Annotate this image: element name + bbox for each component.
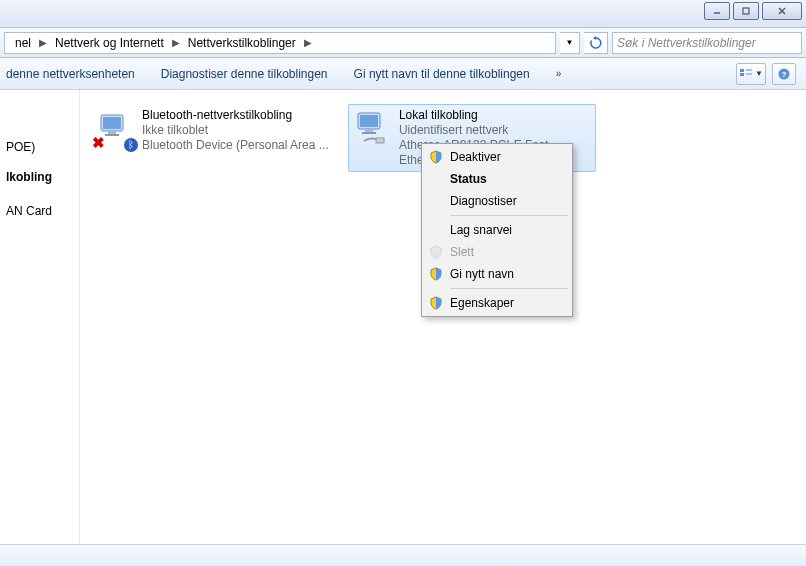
cmd-rename[interactable]: Gi nytt navn til denne tilkoblingen [354, 67, 530, 81]
shield-icon [428, 244, 444, 260]
connection-title: Bluetooth-nettverkstilkobling [142, 108, 329, 123]
network-adapter-icon: ✖ ᛒ [94, 108, 136, 150]
sidebar-item-poe[interactable]: POE) [0, 136, 79, 158]
context-separator [450, 215, 568, 216]
connection-title: Lokal tilkobling [399, 108, 592, 123]
ctx-shortcut[interactable]: Lag snarvei [424, 219, 570, 241]
status-bar [0, 544, 806, 566]
ctx-deactivate[interactable]: Deaktiver [424, 146, 570, 168]
minimize-button[interactable] [704, 2, 730, 20]
network-adapter-icon [352, 108, 393, 150]
shield-icon [428, 266, 444, 282]
svg-rect-15 [360, 115, 378, 127]
chevron-right-icon[interactable]: ▶ [170, 37, 182, 48]
breadcrumb-seg-connections[interactable]: Nettverkstilkoblinger [182, 33, 302, 53]
ctx-delete: Slett [424, 241, 570, 263]
ctx-diagnose[interactable]: Diagnostiser [424, 190, 570, 212]
shield-icon [428, 295, 444, 311]
ctx-label: Deaktiver [450, 150, 501, 164]
ctx-rename[interactable]: Gi nytt navn [424, 263, 570, 285]
shield-icon [428, 149, 444, 165]
breadcrumb-seg-panel[interactable]: nel [9, 33, 37, 53]
svg-rect-4 [740, 69, 744, 72]
window-titlebar [0, 0, 806, 28]
content-area: POE) lkobling AN Card ✖ ᛒ Bluetooth-nett… [0, 90, 806, 544]
svg-rect-5 [740, 73, 744, 76]
search-input[interactable]: Søk i Nettverkstilkoblinger [612, 32, 802, 54]
ctx-label: Lag snarvei [450, 223, 512, 237]
cmd-diagnose[interactable]: Diagnostiser denne tilkoblingen [161, 67, 328, 81]
breadcrumb[interactable]: nel ▶ Nettverk og Internett ▶ Nettverkst… [4, 32, 556, 54]
refresh-button[interactable] [584, 32, 608, 54]
svg-text:?: ? [782, 70, 787, 79]
sidebar-item-ancard[interactable]: AN Card [0, 200, 79, 222]
help-button[interactable]: ? [772, 63, 796, 85]
address-bar: nel ▶ Nettverk og Internett ▶ Nettverkst… [0, 28, 806, 58]
ctx-label: Egenskaper [450, 296, 514, 310]
svg-rect-17 [362, 132, 376, 134]
ctx-label: Gi nytt navn [450, 267, 514, 281]
cmd-more[interactable]: » [556, 68, 562, 79]
svg-rect-18 [376, 138, 384, 143]
view-mode-button[interactable]: ▼ [736, 63, 766, 85]
chevron-right-icon[interactable]: ▶ [37, 37, 49, 48]
svg-rect-12 [108, 131, 116, 134]
command-bar: denne nettverksenheten Diagnostiser denn… [0, 58, 806, 90]
cmd-disable-device[interactable]: denne nettverksenheten [6, 67, 135, 81]
bluetooth-icon: ᛒ [124, 138, 138, 152]
connection-status: Ikke tilkoblet [142, 123, 329, 138]
svg-rect-13 [105, 134, 119, 136]
address-dropdown-button[interactable]: ▼ [560, 32, 580, 54]
ctx-status[interactable]: Status [424, 168, 570, 190]
connection-status: Uidentifisert nettverk [399, 123, 592, 138]
close-button[interactable] [762, 2, 802, 20]
connection-item-bluetooth[interactable]: ✖ ᛒ Bluetooth-nettverkstilkobling Ikke t… [90, 104, 338, 157]
ctx-label: Diagnostiser [450, 194, 517, 208]
svg-rect-11 [103, 117, 121, 129]
sidebar-item-tilkobling[interactable]: lkobling [0, 166, 79, 188]
svg-rect-1 [743, 8, 749, 14]
sidebar: POE) lkobling AN Card [0, 90, 80, 544]
context-menu: Deaktiver Status Diagnostiser Lag snarve… [421, 143, 573, 317]
breadcrumb-seg-network[interactable]: Nettverk og Internett [49, 33, 170, 53]
chevron-right-icon[interactable]: ▶ [302, 37, 314, 48]
search-placeholder: Søk i Nettverkstilkoblinger [617, 36, 756, 50]
ctx-properties[interactable]: Egenskaper [424, 292, 570, 314]
error-x-icon: ✖ [92, 134, 105, 152]
svg-rect-16 [365, 129, 373, 132]
ctx-label: Status [450, 172, 487, 186]
maximize-button[interactable] [733, 2, 759, 20]
ctx-label: Slett [450, 245, 474, 259]
context-separator [450, 288, 568, 289]
connection-device: Bluetooth Device (Personal Area ... [142, 138, 329, 153]
